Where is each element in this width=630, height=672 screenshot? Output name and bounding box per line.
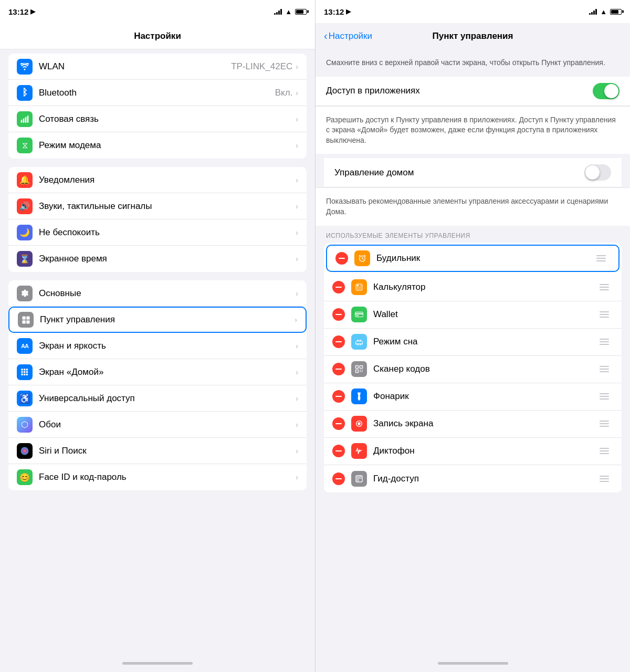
scanner-item[interactable]: Сканер кодов <box>324 356 622 383</box>
svg-rect-5 <box>22 316 25 319</box>
guidedaccess-drag-handle[interactable] <box>595 471 613 486</box>
left-nav-title: Настройки <box>134 31 181 41</box>
sounds-label: Звуки, тактильные сигналы <box>39 201 296 212</box>
control-center-item[interactable]: Пункт управления › <box>8 307 307 333</box>
screentime-item[interactable]: ⌛ Экранное время › <box>8 246 307 272</box>
sleep-drag-handle[interactable] <box>595 334 613 349</box>
calculator-minus-button[interactable] <box>332 281 345 293</box>
svg-rect-50 <box>357 477 359 478</box>
screenrec-drag-handle[interactable] <box>595 416 613 431</box>
svg-rect-33 <box>357 340 359 341</box>
cellular-item[interactable]: Сотовая связь › <box>8 106 307 132</box>
svg-rect-38 <box>356 366 357 367</box>
flashlight-minus-button[interactable] <box>332 390 345 403</box>
sleep-minus-button[interactable] <box>332 335 345 348</box>
toggle2-group: Управление домом <box>324 158 622 187</box>
display-item[interactable]: AA Экран и яркость › <box>8 333 307 359</box>
sounds-item[interactable]: 🔊 Звуки, тактильные сигналы › <box>8 193 307 219</box>
svg-rect-15 <box>21 373 23 375</box>
wallet-minus-button[interactable] <box>332 308 345 321</box>
right-home-indicator <box>316 654 630 672</box>
dnd-item[interactable]: 🌙 Не беспокоить › <box>8 219 307 246</box>
voice-drag-handle[interactable] <box>595 444 613 458</box>
svg-rect-3 <box>27 116 29 122</box>
scanner-minus-button[interactable] <box>332 363 345 375</box>
svg-point-22 <box>360 285 361 286</box>
svg-rect-52 <box>357 479 359 480</box>
calculator-drag-handle[interactable] <box>595 280 613 295</box>
home-control-toggle[interactable] <box>584 164 611 181</box>
bluetooth-chevron: › <box>296 89 298 97</box>
svg-point-23 <box>357 287 358 288</box>
svg-rect-8 <box>26 320 29 323</box>
top-description: Смахните вниз с верхней правой части экр… <box>316 49 630 77</box>
svg-point-25 <box>360 287 361 288</box>
toggle-knob-off <box>585 165 600 180</box>
svg-rect-6 <box>26 316 29 319</box>
signal-icon-right <box>589 8 597 15</box>
flashlight-label: Фонарик <box>373 391 595 402</box>
sleep-item[interactable]: Режим сна <box>324 329 622 356</box>
sounds-icon: 🔊 <box>17 198 33 214</box>
general-group: Основные › Пункт управления › <box>8 280 307 490</box>
sleep-label: Режим сна <box>373 337 595 347</box>
scanner-label: Сканер кодов <box>373 364 595 374</box>
alarm-icon <box>354 250 370 266</box>
home-control-label: Управление домом <box>334 167 414 178</box>
dnd-icon: 🌙 <box>17 225 33 240</box>
siri-item[interactable]: Siri и Поиск › <box>8 438 307 464</box>
svg-rect-43 <box>360 371 361 372</box>
app-access-description: Разрешить доступ к Пункту управления в п… <box>316 106 630 154</box>
network-group: WLAN TP-LINK_42EC › ᛒ Bluetooth Вкл. › <box>8 54 307 159</box>
svg-rect-7 <box>22 320 25 323</box>
home-bar-left <box>122 662 193 665</box>
flashlight-item[interactable]: Фонарик <box>324 383 622 411</box>
faceid-item[interactable]: 😊 Face ID и код-пароль › <box>8 464 307 490</box>
wallet-item[interactable]: Wallet <box>324 301 622 329</box>
general-chevron: › <box>296 289 298 298</box>
accessibility-item[interactable]: ♿ Универсальный доступ › <box>8 385 307 412</box>
wlan-item[interactable]: WLAN TP-LINK_42EC › <box>8 54 307 80</box>
notifications-label: Уведомления <box>39 175 296 185</box>
home-control-row: Управление домом <box>324 158 622 187</box>
svg-rect-9 <box>21 369 23 370</box>
voice-minus-button[interactable] <box>332 445 345 457</box>
homescreen-item[interactable]: Экран «Домой» › <box>8 359 307 385</box>
accessibility-chevron: › <box>296 394 298 403</box>
display-icon: AA <box>17 338 33 354</box>
left-scroll-content[interactable]: WLAN TP-LINK_42EC › ᛒ Bluetooth Вкл. › <box>0 49 315 654</box>
right-nav-title: Пункт управления <box>433 31 513 41</box>
back-label: Настройки <box>329 31 372 41</box>
general-item[interactable]: Основные › <box>8 280 307 307</box>
calculator-item[interactable]: Калькулятор <box>324 274 622 301</box>
bluetooth-value: Вкл. <box>275 88 293 98</box>
wallpaper-item[interactable]: ⬡ Обои › <box>8 412 307 438</box>
guidedaccess-minus-button[interactable] <box>332 472 345 485</box>
alarm-minus-button[interactable] <box>335 252 348 265</box>
bluetooth-item[interactable]: ᛒ Bluetooth Вкл. › <box>8 80 307 106</box>
hotspot-item[interactable]: ⧖ Режим модема › <box>8 132 307 159</box>
hotspot-icon: ⧖ <box>17 138 33 153</box>
display-chevron: › <box>296 342 298 350</box>
wlan-icon <box>17 59 33 75</box>
alarm-drag-handle[interactable] <box>592 251 610 266</box>
cellular-label: Сотовая связь <box>39 114 296 124</box>
screenrec-item[interactable]: Запись экрана <box>324 411 622 438</box>
scanner-drag-handle[interactable] <box>595 362 613 376</box>
guidedaccess-item[interactable]: Гид-доступ <box>324 465 622 492</box>
notifications-item[interactable]: 🔔 Уведомления › <box>8 167 307 193</box>
back-button[interactable]: ‹ Настройки <box>324 31 372 41</box>
screenrec-minus-button[interactable] <box>332 417 345 430</box>
svg-rect-46 <box>359 400 360 401</box>
app-access-row: Доступ в приложениях <box>316 77 630 106</box>
screenrec-label: Запись экрана <box>373 418 595 429</box>
voice-item[interactable]: Диктофон <box>324 438 622 465</box>
homescreen-label: Экран «Домой» <box>39 367 296 377</box>
wallet-drag-handle[interactable] <box>595 307 613 322</box>
flashlight-drag-handle[interactable] <box>595 389 613 404</box>
app-access-toggle[interactable] <box>593 83 620 99</box>
alarm-item[interactable]: Будильник <box>326 245 620 272</box>
control-center-icon <box>18 312 34 328</box>
svg-rect-44 <box>362 371 363 372</box>
right-scroll-content[interactable]: Смахните вниз с верхней правой части экр… <box>316 49 630 654</box>
